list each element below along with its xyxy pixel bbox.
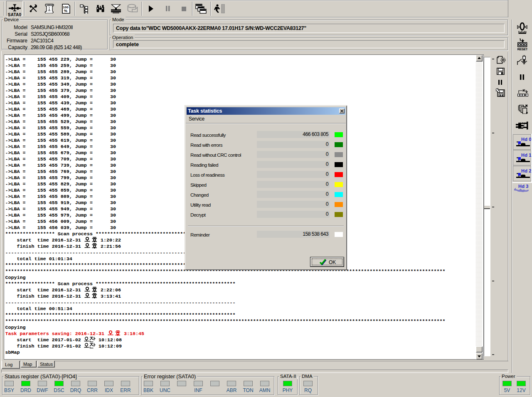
svg-text:%: %: [64, 9, 67, 13]
svg-text:RESET: RESET: [517, 47, 527, 51]
